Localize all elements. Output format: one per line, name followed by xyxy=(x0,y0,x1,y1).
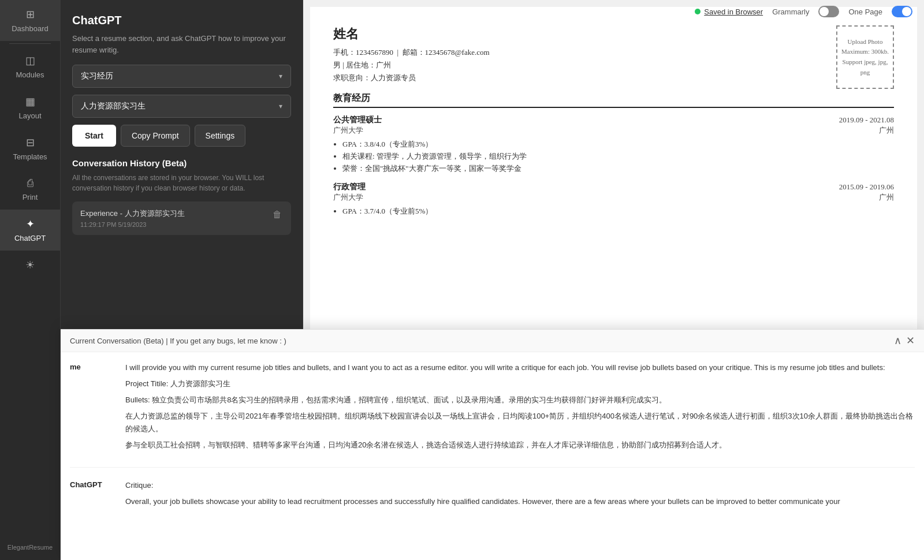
minimize-panel-button[interactable]: ∧ xyxy=(894,335,901,346)
photo-max-label: Maximum: 300kb. xyxy=(841,47,889,57)
conversation-panel-body: me I will provide you with my current re… xyxy=(61,352,924,560)
chevron-down-icon-2: ▾ xyxy=(279,102,282,110)
education-section-title: 教育经历 xyxy=(333,92,894,108)
message-content-chatgpt: Critique: Overall, your job bullets show… xyxy=(125,479,915,512)
education-entry-2: 行政管理 2015.09 - 2019.06 广州大学 广州 GPA：3.7/4… xyxy=(333,182,894,216)
edu-date-1: 2019.09 - 2021.08 xyxy=(839,115,894,125)
sidebar-item-modules[interactable]: ◫ Modules xyxy=(0,46,60,87)
conversation-history-item[interactable]: Experience - 人力资源部实习生 11:29:17 PM 5/19/2… xyxy=(72,201,291,235)
sidebar-item-dashboard[interactable]: ⊞ Dashboard xyxy=(0,0,60,41)
photo-upload-box[interactable]: Upload Photo Maximum: 300kb. Support jpe… xyxy=(836,25,894,89)
edu-bullets-1: GPA：3.8/4.0（专业前3%） 相关课程: 管理学，人力资源管理，领导学，… xyxy=(333,139,894,174)
grammarly-toggle[interactable] xyxy=(818,6,839,17)
saved-dot-icon xyxy=(695,9,701,14)
grammarly-toggle-knob xyxy=(819,7,829,16)
conversation-history-title: Conversation History (Beta) xyxy=(72,158,291,168)
chatgpt-icon: ✦ xyxy=(26,218,35,230)
left-panel-body: 实习经历 ▾ 人力资源部实习生 ▾ Start Copy Prompt Sett… xyxy=(61,65,303,247)
onepage-label: One Page xyxy=(848,8,882,16)
layout-icon: ▦ xyxy=(25,95,35,108)
edu-date-2: 2015.09 - 2019.06 xyxy=(839,182,894,192)
subsection-dropdown-value: 人力资源部实习生 xyxy=(81,101,146,111)
conv-item-timestamp: 11:29:17 PM 5/19/2023 xyxy=(80,221,185,228)
msg-line-5: 参与全职员工社会招聘，与智联招聘、猎聘等多家平台沟通，日均沟通20余名潜在候选人… xyxy=(125,439,915,451)
section-dropdown[interactable]: 实习经历 ▾ xyxy=(72,65,291,88)
msg-line-1: I will provide you with my current resum… xyxy=(125,361,915,374)
message-sender-user: me xyxy=(70,361,116,456)
conv-item-title: Experience - 人力资源部实习生 xyxy=(80,208,185,219)
start-button[interactable]: Start xyxy=(72,125,116,147)
saved-label: Saved in Browser xyxy=(704,8,763,16)
left-panel-title: ChatGPT xyxy=(72,14,291,27)
chatgpt-line-2: Overall, your job bullets showcase your … xyxy=(125,495,915,508)
edu-school-2: 广州大学 xyxy=(333,192,363,203)
sidebar-item-layout[interactable]: ▦ Layout xyxy=(0,87,60,128)
edu-row-1: 公共管理硕士 2019.09 - 2021.08 xyxy=(333,115,894,125)
sidebar-logo: ElegantResume xyxy=(3,535,57,560)
dashboard-icon: ⊞ xyxy=(26,8,35,21)
edu-school-1: 广州大学 xyxy=(333,125,363,136)
resume-phone: 手机：1234567890 xyxy=(333,48,393,57)
section-dropdown-value: 实习经历 xyxy=(81,71,113,81)
subsection-dropdown[interactable]: 人力资源部实习生 ▾ xyxy=(72,95,291,118)
sidebar-item-print[interactable]: ⎙ Print xyxy=(0,169,60,210)
conversation-panel: Current Conversation (Beta) | If you get… xyxy=(61,329,924,560)
onepage-toggle[interactable] xyxy=(892,6,912,17)
conversation-panel-controls: ∧ ✕ xyxy=(894,335,915,346)
sidebar-divider xyxy=(9,43,51,44)
conversation-message-chatgpt: ChatGPT Critique: Overall, your job bull… xyxy=(70,479,915,523)
edu-degree-1: 公共管理硕士 xyxy=(333,115,382,125)
photo-upload-label: Upload Photo xyxy=(848,37,883,47)
education-entry-1: 公共管理硕士 2019.09 - 2021.08 广州大学 广州 GPA：3.8… xyxy=(333,115,894,174)
sidebar: ⊞ Dashboard ◫ Modules ▦ Layout ⊟ Templat… xyxy=(0,0,61,560)
resume-page: Upload Photo Maximum: 300kb. Support jpe… xyxy=(310,7,917,353)
msg-line-2: Project Titile: 人力资源部实习生 xyxy=(125,378,915,390)
left-panel-description: Select a resume section, and ask ChatGPT… xyxy=(72,33,291,55)
chevron-down-icon: ▾ xyxy=(279,72,282,80)
edu-location-1: 广州 xyxy=(879,125,894,136)
edu-bullets-2: GPA：3.7/4.0（专业前5%） xyxy=(333,206,894,216)
copy-prompt-button[interactable]: Copy Prompt xyxy=(121,125,190,147)
photo-support-label: Support jpeg, jpg, png xyxy=(837,57,893,77)
edu-bullet-1-2: 相关课程: 管理学，人力资源管理，领导学，组织行为学 xyxy=(342,151,894,162)
sidebar-item-brightness[interactable]: ☀ xyxy=(0,251,60,279)
onepage-toggle-knob xyxy=(902,7,911,16)
edu-school-row-2: 广州大学 广州 xyxy=(333,192,894,203)
resume-job-target: 求职意向：人力资源专员 xyxy=(333,73,894,83)
close-panel-button[interactable]: ✕ xyxy=(906,335,915,346)
edu-row-2: 行政管理 2015.09 - 2019.06 xyxy=(333,182,894,192)
resume-contact: 手机：1234567890 | 邮箱：12345678@fake.com xyxy=(333,47,894,58)
msg-line-4: 在人力资源总监的领导下，主导公司2021年春季管培生校园招聘。组织两场线下校园宣… xyxy=(125,410,915,435)
edu-school-row-1: 广州大学 广州 xyxy=(333,125,894,136)
edu-degree-2: 行政管理 xyxy=(333,182,366,192)
chatgpt-line-1: Critique: xyxy=(125,479,915,492)
conv-item-info: Experience - 人力资源部实习生 11:29:17 PM 5/19/2… xyxy=(80,208,185,228)
message-sender-chatgpt: ChatGPT xyxy=(70,479,116,512)
sidebar-item-chatgpt[interactable]: ✦ ChatGPT xyxy=(0,210,60,251)
edu-location-2: 广州 xyxy=(879,192,894,203)
resume-name: 姓名 xyxy=(333,25,894,43)
edu-bullet-2-1: GPA：3.7/4.0（专业前5%） xyxy=(342,206,894,216)
sidebar-item-templates[interactable]: ⊟ Templates xyxy=(0,128,60,169)
resume-gender-location: 男 | 居住地：广州 xyxy=(333,60,894,70)
edu-bullet-1-3: 荣誉：全国"挑战杯"大赛广东一等奖，国家一等奖学金 xyxy=(342,163,894,174)
delete-conversation-icon[interactable]: 🗑 xyxy=(271,208,283,221)
msg-line-3: Bullets: 独立负责公司市场部共8名实习生的招聘录用，包括需求沟通，招聘宣… xyxy=(125,394,915,406)
top-bar: Saved in Browser Grammarly One Page xyxy=(683,0,924,23)
conversation-panel-title: Current Conversation (Beta) | If you get… xyxy=(70,337,286,345)
grammarly-label: Grammarly xyxy=(772,8,809,16)
left-panel-header: ChatGPT Select a resume section, and ask… xyxy=(61,0,303,65)
message-content-user: I will provide you with my current resum… xyxy=(125,361,915,456)
settings-button[interactable]: Settings xyxy=(195,125,246,147)
templates-icon: ⊟ xyxy=(26,136,35,149)
conversation-history-description: All the conversations are stored in your… xyxy=(72,173,291,193)
conversation-panel-header: Current Conversation (Beta) | If you get… xyxy=(61,330,924,352)
saved-in-browser-indicator[interactable]: Saved in Browser xyxy=(695,8,763,16)
edu-bullet-1-1: GPA：3.8/4.0（专业前3%） xyxy=(342,139,894,150)
conversation-message-user: me I will provide you with my current re… xyxy=(70,361,915,468)
print-icon: ⎙ xyxy=(27,177,33,189)
brightness-icon: ☀ xyxy=(25,259,35,271)
sidebar-bottom: ElegantResume xyxy=(3,535,57,560)
resume-email: 邮箱：12345678@fake.com xyxy=(403,48,490,57)
action-buttons: Start Copy Prompt Settings xyxy=(72,125,291,147)
